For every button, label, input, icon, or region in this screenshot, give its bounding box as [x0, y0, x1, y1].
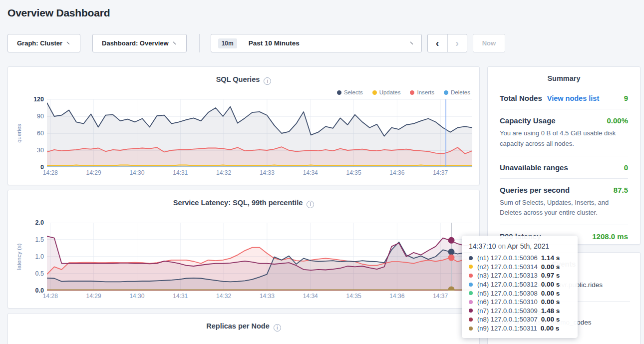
graph-scope-dropdown-label: Graph: Cluster [17, 39, 62, 47]
x-axis-tick: 14:31 [173, 169, 188, 176]
tooltip-node-value: 0.00 s [541, 281, 560, 288]
summary-row-description: Sum of Selects, Updates, Inserts, and De… [500, 198, 628, 219]
legend-label: Selects [344, 89, 363, 95]
x-axis-tick: 14:32 [216, 293, 231, 300]
y-axis-tick: 120 [24, 96, 44, 103]
summary-title: Summary [500, 67, 628, 82]
chart-hover-tooltip: 14:37:10 on Apr 5th, 2021 (n1) 127.0.0.1… [462, 236, 578, 338]
x-axis-tick: 14:36 [389, 293, 404, 300]
x-axis-tick: 14:28 [43, 169, 58, 176]
x-axis-tick: 14:37 [433, 169, 448, 176]
x-axis-tick: 14:33 [260, 169, 275, 176]
summary-row: Capacity Usage0.00%You are using 0 B of … [500, 109, 628, 156]
summary-row-value: 9 [624, 94, 628, 102]
chevron-down-icon [410, 39, 415, 44]
time-range-badge: 10m [218, 38, 237, 48]
graph-scope-dropdown[interactable]: Graph: Cluster [7, 34, 80, 52]
summary-row-value: 87.5 [614, 186, 628, 194]
tooltip-node-label: (n9) 127.0.0.1:50311 [477, 325, 537, 332]
y-axis-tick: 1.5 [24, 236, 44, 243]
x-axis-tick: 14:32 [216, 169, 231, 176]
chart-title-replicas-per-node: Replicas per Node [206, 322, 270, 330]
tooltip-row: (n4) 127.0.0.1:503120.00 s [469, 280, 571, 289]
x-axis-tick: 14:33 [260, 293, 275, 300]
y-axis-tick: 0.5 [24, 270, 44, 277]
service-latency-chart-card: Service Latency: SQL, 99th percentilei l… [7, 190, 480, 309]
legend-label: Inserts [417, 89, 434, 95]
info-icon[interactable]: i [274, 324, 281, 332]
x-axis-tick: 14:29 [86, 293, 101, 300]
summary-row-value: 0 [624, 163, 628, 172]
legend-color-dot [444, 90, 448, 95]
info-icon[interactable]: i [307, 201, 314, 208]
summary-row-label: Unavailable ranges [500, 163, 568, 172]
chart-title-sql-queries: SQL Queries [216, 75, 260, 83]
tooltip-row: (n2) 127.0.0.1:503140.00 s [469, 263, 571, 272]
tooltip-row: (n8) 127.0.0.1:503070.00 s [469, 315, 571, 324]
legend-color-dot [372, 90, 377, 95]
x-axis-tick: 14:28 [43, 293, 58, 300]
page-title: Overview Dashboard [7, 7, 110, 19]
dashboard-dropdown-label: Dashboard: Overview [102, 39, 169, 47]
tooltip-node-value: 0.00 s [541, 290, 560, 297]
now-button[interactable]: Now [473, 34, 505, 52]
chart-canvas[interactable] [47, 99, 472, 167]
tooltip-node-label: (n2) 127.0.0.1:50314 [477, 263, 538, 271]
chart-title-service-latency: Service Latency: SQL, 99th percentile [173, 199, 303, 207]
toolbar-divider [199, 34, 200, 52]
tooltip-node-value: 0.97 s [541, 272, 560, 279]
tooltip-on-word: on [498, 242, 506, 250]
sql-queries-chart-card: SQL Queriesi SelectsUpdatesInsertsDelete… [7, 66, 480, 185]
chart-canvas[interactable] [47, 223, 472, 291]
time-next-button[interactable]: › [447, 34, 467, 52]
time-prev-button[interactable]: ‹ [428, 34, 447, 52]
tooltip-node-label: (n4) 127.0.0.1:50312 [477, 281, 538, 288]
series-color-dot [469, 265, 473, 269]
x-axis-tick: 14:36 [389, 169, 404, 176]
x-axis-tick: 14:35 [346, 169, 361, 176]
series-color-dot [469, 274, 473, 278]
sql-queries-plot[interactable]: queries 030609012014:2814:2914:3014:3114… [47, 99, 472, 167]
tooltip-node-label: (n1) 127.0.0.1:50306 [477, 254, 538, 262]
tooltip-node-value: 1.48 s [541, 307, 560, 315]
tooltip-node-label: (n6) 127.0.0.1:50310 [477, 298, 538, 306]
charts-column: SQL Queriesi SelectsUpdatesInsertsDelete… [7, 66, 480, 344]
tooltip-row: (n7) 127.0.0.1:503091.48 s [469, 307, 571, 316]
x-axis-tick: 14:37 [433, 293, 448, 300]
legend-item-deletes[interactable]: Deletes [444, 89, 470, 95]
service-latency-plot[interactable]: latency (s) 0.00.51.01.52.014:2814:2914:… [47, 223, 472, 291]
tooltip-time: 14:37:10 [469, 242, 496, 250]
view-nodes-list-link[interactable]: View nodes list [547, 94, 600, 102]
tooltip-node-value: 0.00 s [541, 263, 560, 271]
legend-item-inserts[interactable]: Inserts [410, 89, 434, 95]
tooltip-node-label: (n3) 127.0.0.1:50313 [477, 272, 538, 279]
legend-label: Deletes [451, 89, 470, 95]
summary-row-label: Queries per second [500, 186, 570, 194]
tooltip-node-label: (n8) 127.0.0.1:50307 [477, 316, 538, 323]
legend-item-selects[interactable]: Selects [337, 89, 363, 95]
legend-item-updates[interactable]: Updates [372, 89, 401, 95]
summary-row-label: Total Nodes [500, 94, 542, 102]
chevron-down-icon [173, 39, 178, 44]
y-axis-tick: 0.0 [24, 287, 44, 294]
summary-panel: Summary Total NodesView nodes list9Capac… [487, 66, 641, 245]
x-axis-tick: 14:30 [129, 293, 144, 300]
series-color-dot [469, 309, 473, 313]
info-icon[interactable]: i [264, 77, 271, 85]
tooltip-date: Apr 5th, 2021 [507, 242, 549, 250]
series-color-dot [469, 327, 473, 331]
summary-row: Queries per second87.5Sum of Selects, Up… [500, 178, 628, 225]
y-axis-title: queries [16, 124, 22, 143]
dashboard-dropdown[interactable]: Dashboard: Overview [92, 34, 187, 52]
legend-label: Updates [379, 89, 401, 95]
x-axis-tick: 14:34 [303, 293, 318, 300]
summary-row-value: 1208.0 ms [592, 232, 628, 241]
series-color-dot [469, 256, 473, 260]
summary-row-description: You are using 0 B of 4.5 GiB usable disk… [500, 128, 628, 149]
time-range-dropdown[interactable]: 10m Past 10 Minutes [211, 34, 422, 52]
x-axis-tick: 14:35 [346, 293, 361, 300]
tooltip-row: (n1) 127.0.0.1:503061.14 s [469, 254, 571, 263]
series-color-dot [469, 300, 473, 304]
tooltip-row: (n9) 127.0.0.1:503110.00 s [469, 324, 571, 333]
tooltip-node-value: 1.14 s [541, 254, 560, 262]
